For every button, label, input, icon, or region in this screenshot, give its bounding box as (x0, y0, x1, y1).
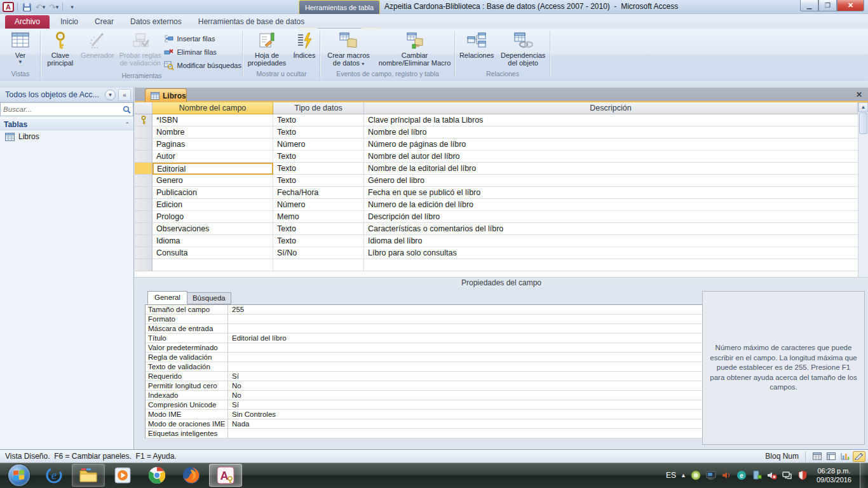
row-selector[interactable] (135, 163, 153, 175)
scroll-up-icon[interactable]: ▲ (858, 102, 868, 112)
close-button[interactable]: ✕ (837, 0, 864, 11)
crear-macros-button[interactable]: Crear macros de datos ▾ (322, 30, 376, 67)
relaciones-button[interactable]: Relaciones (456, 30, 497, 59)
design-grid-scrollbar[interactable]: ▲ ▼ (858, 102, 868, 277)
property-label[interactable]: Título (146, 334, 228, 343)
field-name-cell[interactable]: Paginas (153, 139, 273, 151)
property-label[interactable]: Modo de oraciones IME (146, 419, 228, 429)
column-header-tipo-datos[interactable]: Tipo de datos (273, 102, 364, 114)
row-selector[interactable] (135, 211, 153, 223)
design-view-icon[interactable] (853, 451, 865, 462)
field-name-cell[interactable]: *ISBN (153, 114, 273, 126)
field-name-cell[interactable]: Prologo (153, 211, 273, 223)
pivottable-view-icon[interactable] (825, 451, 837, 462)
access-app-icon[interactable]: A (3, 2, 14, 12)
property-label[interactable]: Permitir longitud cero (146, 381, 228, 391)
field-desc-cell[interactable]: Nombre del líbro (364, 126, 858, 139)
insertar-filas-button[interactable]: Insertar filas (164, 34, 241, 44)
indices-button[interactable]: Índices (290, 30, 319, 59)
row-selector[interactable] (135, 235, 153, 247)
tab-crear[interactable]: Crear (86, 15, 122, 29)
taskbar-firefox[interactable] (175, 464, 208, 487)
start-button[interactable] (6, 463, 32, 487)
nav-item-libros[interactable]: Libros (0, 130, 133, 143)
field-name-cell[interactable]: Observaciones (153, 223, 273, 235)
field-name-cell[interactable]: Idioma (153, 235, 273, 247)
field-name-cell[interactable]: Autor (153, 151, 273, 163)
column-header-nombre-campo[interactable]: Nombre del campo (153, 102, 273, 114)
field-type-cell[interactable]: Texto (273, 163, 364, 175)
field-name-cell[interactable]: Consulta (153, 247, 273, 259)
field-desc-cell[interactable]: Clave príncipal de la tabla Libros (364, 114, 858, 126)
field-desc-cell[interactable] (364, 259, 858, 271)
restore-button[interactable]: ❐ (818, 0, 837, 11)
taskbar-access[interactable]: A (209, 464, 242, 487)
search-input[interactable] (1, 105, 120, 113)
field-desc-cell[interactable]: Características o comentarios del líbro (364, 223, 858, 235)
scrollbar-thumb[interactable] (859, 112, 867, 134)
tray-device-icon[interactable] (752, 470, 763, 481)
property-label[interactable]: Compresión Unicode (146, 400, 228, 410)
close-document-icon[interactable]: ✕ (854, 90, 864, 100)
field-desc-cell[interactable]: Género del libro (364, 175, 858, 187)
property-label[interactable]: Valor predeterminado (146, 343, 228, 353)
taskbar-media-player[interactable] (106, 464, 139, 487)
field-desc-cell[interactable]: Idioma del líbro (364, 235, 858, 247)
taskbar-clock[interactable]: 06:28 p.m. 09/03/2016 (813, 466, 855, 485)
row-selector[interactable] (135, 223, 153, 235)
tray-eset-icon[interactable]: e (736, 470, 747, 481)
row-selector[interactable] (135, 259, 153, 271)
field-type-cell[interactable]: Sí/No (273, 247, 364, 259)
tab-busqueda[interactable]: Búsqueda (187, 292, 231, 304)
row-selector[interactable] (135, 114, 153, 126)
show-desktop-button[interactable] (860, 463, 865, 488)
taskbar-internet-explorer[interactable]: e (37, 464, 71, 487)
field-type-cell[interactable]: Texto (273, 114, 364, 126)
tab-archivo[interactable]: Archivo (5, 15, 50, 29)
field-name-cell[interactable] (153, 259, 273, 271)
row-selector[interactable] (135, 139, 153, 151)
taskbar-windows-explorer[interactable] (72, 464, 105, 487)
taskbar-chrome[interactable] (140, 464, 173, 487)
modificar-busquedas-button[interactable]: Modificar búsquedas (164, 60, 241, 71)
dependencias-button[interactable]: Dependencias del objeto (497, 30, 549, 67)
tray-muted-speaker-icon[interactable] (767, 470, 778, 481)
datasheet-view-icon[interactable] (811, 451, 824, 462)
field-desc-cell[interactable]: Nombre del autor del líbro (364, 151, 858, 163)
search-icon[interactable] (120, 104, 133, 115)
row-selector[interactable] (135, 187, 153, 199)
field-type-cell[interactable]: Número (273, 139, 364, 151)
cambiar-nombre-button[interactable]: Cambiar nombre/Eliminar Macro (376, 30, 454, 67)
clave-principal-button[interactable]: Clave principal (42, 30, 79, 67)
field-type-cell[interactable]: Texto (273, 151, 364, 163)
row-selector[interactable] (135, 175, 153, 187)
field-desc-cell[interactable]: Número de páginas de líbro (364, 139, 858, 151)
pivotchart-view-icon[interactable] (839, 451, 851, 462)
property-label[interactable]: Requerido (146, 372, 228, 381)
shutter-bar-close-icon[interactable]: « (118, 89, 131, 101)
field-name-cell[interactable]: Publicacion (153, 187, 273, 199)
hoja-propiedades-button[interactable]: Hoja de propiedades (244, 30, 290, 67)
property-label[interactable]: Indexado (146, 391, 228, 400)
field-type-cell[interactable]: Texto (273, 223, 364, 235)
property-label[interactable]: Texto de validación (146, 362, 228, 372)
field-type-cell[interactable]: Fecha/Hora (273, 187, 364, 199)
field-name-cell[interactable]: Genero (153, 175, 273, 187)
tab-herramientas-bd[interactable]: Herramientas de base de datos (190, 15, 313, 29)
row-selector[interactable] (135, 126, 153, 139)
property-label[interactable]: Modo IME (146, 410, 228, 419)
property-label[interactable]: Etiquetas inteligentes (146, 429, 228, 438)
tray-volume-icon[interactable] (721, 470, 732, 481)
tray-network-icon[interactable] (782, 470, 793, 481)
field-type-cell[interactable]: Texto (273, 126, 364, 139)
field-name-cell[interactable]: Editorial (153, 163, 273, 175)
tray-shield-icon[interactable] (797, 470, 808, 481)
property-label[interactable]: Máscara de entrada (146, 324, 228, 334)
redo-button[interactable]: ↷▾ (48, 1, 59, 13)
field-desc-cell[interactable]: Líbro para solo consultas (364, 247, 858, 259)
field-type-cell[interactable]: Número (273, 199, 364, 211)
field-type-cell[interactable]: Texto (273, 235, 364, 247)
field-name-cell[interactable]: Nombre (153, 126, 273, 139)
field-name-cell[interactable]: Edicion (153, 199, 273, 211)
field-desc-cell[interactable]: Numero de la edición del líbro (364, 199, 858, 211)
